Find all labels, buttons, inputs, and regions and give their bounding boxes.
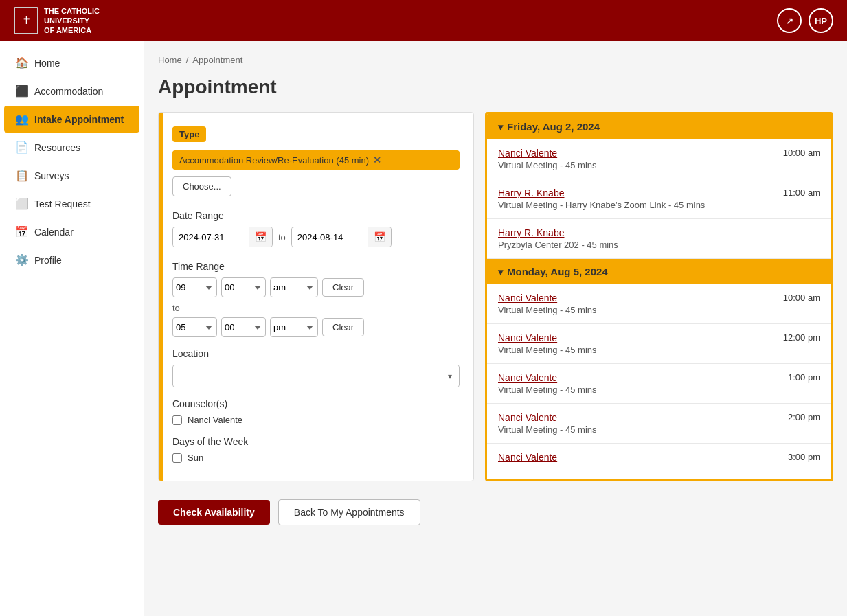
friday-chevron-icon: ▾ <box>498 122 503 133</box>
sidebar-item-resources-label: Resources <box>34 142 80 153</box>
time-from-clear-button[interactable]: Clear <box>322 278 364 297</box>
sidebar-item-calendar[interactable]: 📅 Calendar <box>4 218 139 245</box>
slot-mon-4-header: Nanci Valente 2:00 pm <box>498 412 820 423</box>
check-availability-button[interactable]: Check Availability <box>158 500 270 525</box>
counselor-link-mon-1[interactable]: Nanci Valente <box>498 293 557 304</box>
slot-detail-mon-3: Virtual Meeting - 45 mins <box>498 385 820 395</box>
day-sun-label: Sun <box>188 453 203 463</box>
slot-mon-5-header: Nanci Valente 3:00 pm <box>498 452 820 463</box>
days-of-week-label: Days of the Week <box>172 436 460 447</box>
date-from-input[interactable] <box>173 228 249 247</box>
selected-type-chip: Accommodation Review/Re-Evaluation (45 m… <box>172 150 460 170</box>
time-to-hour-select[interactable]: 05 <box>172 317 217 337</box>
location-select[interactable] <box>173 365 459 387</box>
sidebar-item-surveys-label: Surveys <box>34 170 69 181</box>
slot-time-mon-2: 12:00 pm <box>783 332 820 343</box>
friday-label: Friday, Aug 2, 2024 <box>507 121 600 133</box>
location-label: Location <box>172 348 460 359</box>
slot-fri-2: Harry R. Knabe 11:00 am Virtual Meeting … <box>487 179 831 219</box>
logo: ✝ THE CATHOLIC UNIVERSITY OF AMERICA <box>14 6 100 36</box>
monday-chevron-icon: ▾ <box>498 266 503 277</box>
slot-fri-1-header: Nanci Valente 10:00 am <box>498 148 820 159</box>
slot-mon-3-header: Nanci Valente 1:00 pm <box>498 372 820 383</box>
type-section: Type Accommodation Review/Re-Evaluation … <box>172 126 460 196</box>
resources-icon: 📄 <box>15 141 27 154</box>
location-select-wrap: ▾ <box>172 365 460 387</box>
calendar-icon: 📅 <box>15 225 27 238</box>
slot-time-fri-2: 11:00 am <box>783 187 820 198</box>
profile-icon: ⚙️ <box>15 253 27 266</box>
sidebar: 🏠 Home ⬛ Accommodation 👥 Intake Appointm… <box>0 41 144 616</box>
sidebar-item-surveys[interactable]: 📋 Surveys <box>4 162 139 189</box>
sidebar-item-accommodation[interactable]: ⬛ Accommodation <box>4 78 139 104</box>
sidebar-item-test-request-label: Test Request <box>34 198 91 209</box>
counselor-link-mon-4[interactable]: Nanci Valente <box>498 412 557 423</box>
slot-detail-mon-2: Virtual Meeting - 45 mins <box>498 345 820 355</box>
slot-mon-2-header: Nanci Valente 12:00 pm <box>498 332 820 343</box>
date-range-section: Date Range 📅 to 📅 <box>172 210 460 247</box>
time-range-section: Time Range 09 00 am pm <box>172 261 460 337</box>
external-link-button[interactable]: ↗ <box>777 8 802 33</box>
breadcrumb-home-link[interactable]: Home <box>158 55 182 65</box>
availability-panel: ▾ Friday, Aug 2, 2024 Nanci Valente 10:0… <box>485 112 833 481</box>
time-to-ampm-select[interactable]: am pm <box>270 317 318 337</box>
sidebar-item-calendar-label: Calendar <box>34 227 74 238</box>
day-sun-checkbox[interactable] <box>172 453 182 463</box>
date-row: 📅 to 📅 <box>172 227 460 247</box>
sidebar-item-resources[interactable]: 📄 Resources <box>4 134 139 161</box>
date-from-wrap: 📅 <box>172 227 273 247</box>
slot-fri-3: Harry R. Knabe Pryzbyla Center 202 - 45 … <box>487 219 831 259</box>
counselor-link-mon-2[interactable]: Nanci Valente <box>498 332 557 343</box>
sidebar-item-test-request[interactable]: ⬜ Test Request <box>4 190 139 217</box>
selected-type-label: Accommodation Review/Re-Evaluation (45 m… <box>179 155 369 166</box>
time-from-ampm-select[interactable]: am pm <box>270 277 318 297</box>
counselor-nanci-item: Nanci Valente <box>172 415 460 425</box>
main-content: Home / Appointment Appointment Type Acco… <box>144 41 847 616</box>
sidebar-item-home[interactable]: 🏠 Home <box>4 49 139 76</box>
slot-time-mon-3: 1:00 pm <box>788 372 820 383</box>
slot-detail-fri-2: Virtual Meeting - Harry Knabe's Zoom Lin… <box>498 200 820 210</box>
slot-detail-fri-3: Pryzbyla Center 202 - 45 mins <box>498 240 820 250</box>
time-range-to-separator: to <box>172 303 460 313</box>
sidebar-item-intake[interactable]: 👥 Intake Appointment <box>4 106 139 133</box>
slot-mon-1-header: Nanci Valente 10:00 am <box>498 293 820 304</box>
counselor-link-mon-5[interactable]: Nanci Valente <box>498 452 557 463</box>
content-area: Type Accommodation Review/Re-Evaluation … <box>158 112 833 481</box>
counselor-nanci-checkbox[interactable] <box>172 415 182 425</box>
page-title: Appointment <box>158 76 833 98</box>
slot-detail-fri-1: Virtual Meeting - 45 mins <box>498 160 820 170</box>
time-to-clear-button[interactable]: Clear <box>322 318 364 336</box>
time-to-row: 05 00 am pm Clear <box>172 317 460 337</box>
time-to-min-select[interactable]: 00 <box>221 317 266 337</box>
type-badge: Type <box>172 126 206 142</box>
slot-detail-mon-1: Virtual Meeting - 45 mins <box>498 305 820 315</box>
date-from-calendar-icon[interactable]: 📅 <box>249 227 272 247</box>
choose-type-button[interactable]: Choose... <box>172 176 231 196</box>
date-range-to-label: to <box>278 232 286 242</box>
date-to-calendar-icon[interactable]: 📅 <box>368 227 391 247</box>
sidebar-item-profile-label: Profile <box>34 255 62 266</box>
day-header-friday: ▾ Friday, Aug 2, 2024 <box>487 114 831 139</box>
counselor-link-fri-3[interactable]: Harry R. Knabe <box>498 227 564 238</box>
header-icons: ↗ HP <box>777 8 833 33</box>
counselor-nanci-label: Nanci Valente <box>188 415 242 425</box>
user-initials-button[interactable]: HP <box>809 8 833 33</box>
day-sun-item: Sun <box>172 453 460 463</box>
date-to-input[interactable] <box>292 228 368 247</box>
back-to-appointments-button[interactable]: Back To My Appointments <box>278 499 420 525</box>
counselors-section: Counselor(s) Nanci Valente <box>172 398 460 425</box>
date-range-label: Date Range <box>172 210 460 221</box>
counselor-link-mon-3[interactable]: Nanci Valente <box>498 372 557 383</box>
slot-mon-1: Nanci Valente 10:00 am Virtual Meeting -… <box>487 284 831 324</box>
filter-panel: Type Accommodation Review/Re-Evaluation … <box>158 112 474 481</box>
slot-time-fri-1: 10:00 am <box>783 148 820 158</box>
counselor-link-fri-1[interactable]: Nanci Valente <box>498 148 557 159</box>
intake-icon: 👥 <box>15 113 27 126</box>
time-from-min-select[interactable]: 00 <box>221 277 266 297</box>
counselor-link-fri-2[interactable]: Harry R. Knabe <box>498 187 564 198</box>
slot-detail-mon-4: Virtual Meeting - 45 mins <box>498 424 820 435</box>
sidebar-item-profile[interactable]: ⚙️ Profile <box>4 247 139 273</box>
breadcrumb: Home / Appointment <box>158 55 833 65</box>
time-from-hour-select[interactable]: 09 <box>172 277 217 297</box>
remove-type-button[interactable]: ✕ <box>373 155 381 166</box>
